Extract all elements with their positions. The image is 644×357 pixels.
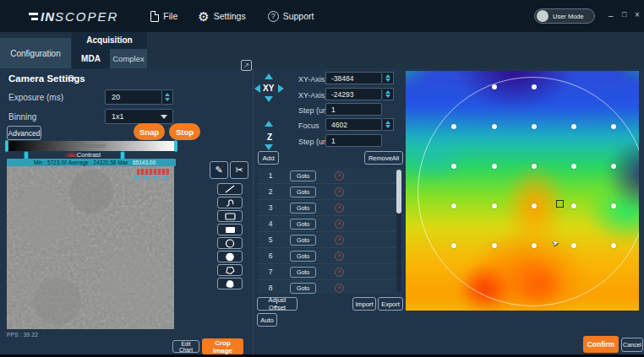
red-annotation (137, 169, 169, 175)
stage-point-dot[interactable] (492, 84, 497, 89)
goto-button[interactable]: Goto (290, 203, 316, 214)
pencil-tool-button[interactable]: ✎ (210, 161, 228, 179)
stage-point-dot[interactable] (611, 203, 616, 208)
list-scrollbar[interactable] (396, 170, 401, 292)
expand-icon[interactable]: ↗ (241, 60, 252, 71)
ellipse-tool-button[interactable] (217, 237, 243, 249)
close-button[interactable]: × (635, 11, 640, 19)
confirm-button[interactable]: Confirm (583, 336, 619, 353)
add-point-button[interactable]: Add (258, 151, 279, 165)
xy-step-input[interactable]: 1 (325, 103, 382, 116)
tab-row: Configuration Acquisition MDA Complex Pr… (0, 32, 644, 68)
goto-button[interactable]: Goto (290, 251, 316, 262)
stage-point-dot[interactable] (571, 164, 576, 169)
z-down-arrow[interactable] (265, 144, 273, 150)
maximize-button[interactable]: □ (622, 11, 626, 19)
export-button[interactable]: Export (378, 297, 403, 311)
settings-menu[interactable]: ⚙ Settings (198, 10, 245, 23)
exposure-stepper[interactable] (162, 89, 173, 105)
remove-point-icon[interactable]: × (335, 235, 344, 245)
stage-point-dot[interactable] (492, 243, 497, 248)
cancel-button[interactable]: Cancel (621, 338, 643, 352)
fps-readout: FPS : 39.22 (7, 332, 38, 338)
stop-button[interactable]: Stop (169, 123, 200, 140)
stage-point-dot[interactable] (492, 203, 497, 208)
exposure-input[interactable]: 20 (105, 89, 162, 105)
xy-axis-x-input[interactable]: -38484 (325, 72, 382, 84)
snap-button[interactable]: Snap (134, 123, 165, 140)
goto-button[interactable]: Goto (290, 187, 316, 197)
support-menu[interactable]: ? Support (268, 11, 314, 22)
goto-button[interactable]: Goto (290, 283, 316, 294)
polygon-tool-button[interactable] (217, 264, 243, 276)
goto-button[interactable]: Goto (290, 170, 316, 181)
stage-point-dot[interactable] (571, 243, 576, 248)
logo-text-light: SCOPER (55, 9, 118, 24)
goto-button[interactable]: Goto (290, 219, 316, 230)
stage-point-dot[interactable] (492, 164, 497, 169)
stage-point-dot[interactable] (492, 124, 497, 129)
xy-up-arrow[interactable] (265, 73, 273, 79)
advanced-button[interactable]: Advanced (7, 126, 41, 140)
stage-point-dot[interactable] (532, 124, 537, 129)
stage-point-dot[interactable] (451, 203, 456, 208)
import-button[interactable]: Import (352, 297, 376, 311)
refresh-icon[interactable]: ⟳ (68, 73, 76, 84)
contrast-label: Contrast (51, 151, 127, 159)
remove-all-button[interactable]: RemoveAll (364, 151, 403, 165)
point-index: 4 (258, 219, 283, 228)
adjust-offset-button[interactable]: Adjust Offset (257, 297, 297, 311)
minimize-button[interactable]: – (609, 12, 614, 20)
remove-point-icon[interactable]: × (335, 219, 344, 229)
edit-chart-button[interactable]: Edit Chart (172, 340, 199, 353)
stage-point-dot[interactable] (571, 124, 576, 129)
z-step-input[interactable]: 1 (325, 134, 382, 147)
tab-complex[interactable]: Complex (110, 49, 147, 68)
rectangle-tool-button[interactable] (217, 210, 243, 222)
stage-point-dot[interactable] (611, 164, 616, 169)
remove-point-icon[interactable]: × (335, 203, 344, 213)
focus-input[interactable]: 4602 (325, 118, 382, 131)
scissors-tool-button[interactable]: ✂ (230, 161, 248, 179)
z-up-arrow[interactable] (265, 121, 273, 127)
xy-pad-label: XY (263, 84, 274, 93)
tab-mda[interactable]: MDA (72, 49, 110, 68)
freehand-blob-tool-button[interactable] (217, 278, 243, 289)
stage-point-dot[interactable] (571, 203, 576, 208)
xy-left-arrow[interactable] (254, 84, 260, 93)
line-tool-button[interactable] (217, 183, 243, 195)
crop-image-button[interactable]: Crop Image (202, 338, 243, 354)
auto-button[interactable]: Auto (257, 313, 277, 327)
xy-right-arrow[interactable] (278, 84, 284, 93)
xy-down-arrow[interactable] (265, 96, 273, 102)
stage-point-dot[interactable] (532, 203, 537, 208)
curve-tool-button[interactable] (217, 197, 243, 208)
file-menu[interactable]: File (150, 11, 177, 22)
scrollbar-thumb[interactable] (396, 170, 401, 214)
stage-point-dot[interactable] (611, 243, 616, 248)
stage-point-dot[interactable] (451, 124, 456, 129)
live-camera-image[interactable] (7, 166, 174, 329)
intensity-gradient-bar[interactable]: Threshold (7, 141, 176, 151)
point-list: 1Goto×2Goto×3Goto×4Goto×5Goto×6Goto×7Got… (258, 168, 404, 294)
filled-rectangle-tool-button[interactable] (217, 224, 243, 235)
xy-axis-y-input[interactable]: -24293 (325, 88, 382, 100)
focus-stepper[interactable] (383, 118, 394, 131)
remove-point-icon[interactable]: × (335, 284, 344, 293)
goto-button[interactable]: Goto (290, 235, 316, 246)
remove-point-icon[interactable]: × (335, 268, 344, 277)
focus-map-heatmap[interactable]: ➤ (406, 71, 639, 311)
remove-point-icon[interactable]: × (335, 187, 344, 197)
tab-acquisition[interactable]: Acquisition (72, 35, 147, 45)
user-mode-toggle[interactable]: User Mode (534, 8, 595, 24)
filled-ellipse-tool-button[interactable] (217, 251, 243, 262)
goto-button[interactable]: Goto (290, 267, 316, 278)
remove-point-icon[interactable]: × (335, 252, 344, 261)
binning-select[interactable]: 1x1 (105, 109, 173, 124)
stage-point-dot[interactable] (611, 124, 616, 129)
tab-configuration[interactable]: Configuration (0, 38, 71, 68)
remove-point-icon[interactable]: × (335, 171, 344, 181)
xy-axis-x-stepper[interactable] (383, 72, 394, 84)
stats-minavg: Min : 5723.00 Average : 24320.58 Max : (34, 160, 131, 165)
xy-axis-y-stepper[interactable] (383, 88, 394, 100)
